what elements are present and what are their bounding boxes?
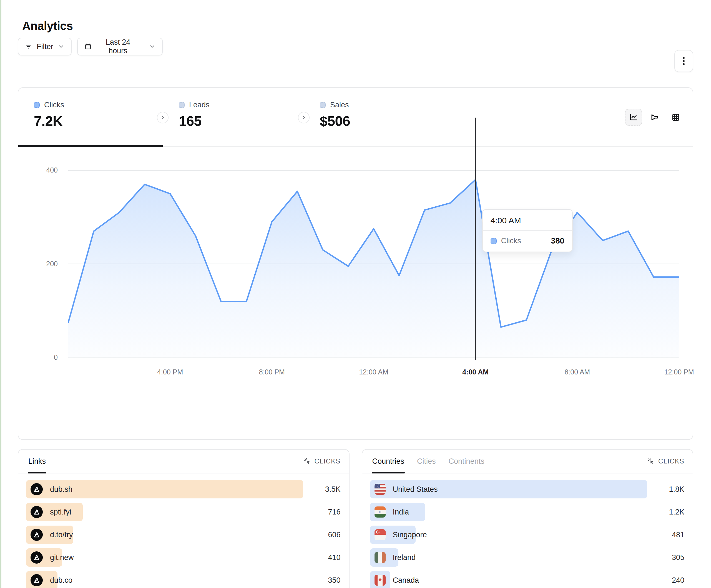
row-label: United States <box>393 485 438 494</box>
link-row[interactable]: dub.co350 <box>26 571 341 588</box>
chart-hover-crosshair <box>475 118 476 360</box>
analytics-page: Analytics Filter Last 24 hours <box>0 19 711 588</box>
chart-tooltip: 4:00 AM Clicks 380 <box>482 209 573 252</box>
cursor-click-icon <box>647 458 655 465</box>
toolbar: Filter Last 24 hours <box>18 38 693 60</box>
stat-label: Leads <box>189 101 210 109</box>
x-axis-tick: 4:00 PM <box>157 368 183 376</box>
clicks-chart[interactable]: 4:00 AM Clicks 380 4:00 PM8:00 PM12:00 A… <box>68 170 679 358</box>
tab-sales[interactable]: Sales $506 <box>304 88 445 146</box>
row-clicks-value: 716 <box>328 508 340 516</box>
row-label: spti.fyi <box>50 508 71 516</box>
dub-logo-icon <box>30 529 43 541</box>
links-panel: Links CLICKS dub.sh3.5Kspti.fyi716d.to/t… <box>18 449 349 588</box>
calendar-icon <box>84 43 92 50</box>
funnel-view-button[interactable] <box>646 109 663 126</box>
tab-links[interactable]: Links <box>28 450 46 473</box>
x-axis-tick: 12:00 AM <box>359 368 388 376</box>
link-row[interactable]: d.to/try606 <box>26 526 341 544</box>
link-row[interactable]: git.new410 <box>26 548 341 567</box>
row-label: dub.sh <box>50 485 72 494</box>
countries-panel: CountriesCitiesContinents CLICKS United … <box>362 449 693 588</box>
filter-button-label: Filter <box>37 42 53 51</box>
stat-label: Sales <box>330 101 349 109</box>
y-axis-tick: 0 <box>18 353 58 361</box>
filter-button[interactable]: Filter <box>18 38 72 55</box>
x-axis-tick: 8:00 AM <box>564 368 590 376</box>
date-range-button[interactable]: Last 24 hours <box>77 38 163 55</box>
line-chart-icon <box>629 113 638 122</box>
tab-cities[interactable]: Cities <box>417 450 436 473</box>
link-row[interactable]: dub.sh3.5K <box>26 480 341 498</box>
sales-legend-square-icon <box>320 102 326 108</box>
us-flag-icon <box>374 484 386 495</box>
x-axis-tick: 4:00 AM <box>462 368 489 376</box>
page-title: Analytics <box>22 19 693 33</box>
clicks-legend-square-icon <box>491 238 497 244</box>
dub-logo-icon <box>30 506 43 518</box>
ca-flag-icon <box>374 575 386 586</box>
y-axis-tick: 400 <box>18 166 58 174</box>
table-view-button[interactable] <box>667 109 684 126</box>
date-range-label: Last 24 hours <box>96 38 140 55</box>
row-clicks-value: 1.2K <box>669 508 684 516</box>
row-clicks-value: 3.5K <box>325 485 341 494</box>
chevron-down-icon <box>149 43 155 50</box>
dub-logo-icon <box>30 551 43 564</box>
ie-flag-icon <box>374 552 386 563</box>
dub-logo-icon <box>30 483 43 495</box>
tab-continents[interactable]: Continents <box>449 450 484 473</box>
line-chart-view-button[interactable] <box>625 109 642 126</box>
row-clicks-value: 305 <box>672 553 684 562</box>
clicks-area-chart <box>68 170 679 358</box>
metric-label: CLICKS <box>658 457 684 465</box>
row-clicks-value: 1.8K <box>669 485 684 494</box>
table-grid-icon <box>671 113 680 122</box>
row-label: dub.co <box>50 576 72 585</box>
tab-clicks[interactable]: Clicks 7.2K <box>18 88 163 146</box>
countries-panel-header: CountriesCitiesContinents CLICKS <box>362 450 693 473</box>
row-label: Singapore <box>393 530 427 539</box>
country-row[interactable]: India1.2K <box>370 503 685 521</box>
stat-value: $506 <box>320 113 445 129</box>
chart-section: 0200400 4:00 AM Clicks 380 4:00 PM8:00 P… <box>18 147 693 439</box>
country-row[interactable]: Canada240 <box>370 571 685 588</box>
cursor-click-icon <box>304 458 311 465</box>
links-metric-selector[interactable]: CLICKS <box>304 457 341 465</box>
expand-clicks-button[interactable] <box>157 112 169 123</box>
country-row[interactable]: Ireland305 <box>370 548 685 567</box>
x-axis-tick: 12:00 PM <box>664 368 694 376</box>
row-clicks-value: 410 <box>328 553 340 562</box>
stat-value: 7.2K <box>34 113 163 129</box>
country-row[interactable]: United States1.8K <box>370 480 685 498</box>
tooltip-time: 4:00 AM <box>483 210 572 231</box>
page-left-accent-edge <box>0 0 1 588</box>
dub-logo-icon <box>30 574 43 586</box>
row-clicks-value: 481 <box>672 530 684 539</box>
filter-icon <box>25 43 32 50</box>
y-axis-tick: 200 <box>18 260 58 268</box>
stat-value: 165 <box>179 113 304 129</box>
row-label: d.to/try <box>50 530 73 539</box>
row-clicks-value: 606 <box>328 530 340 539</box>
tab-leads[interactable]: Leads 165 <box>163 88 304 146</box>
chart-view-toggles <box>625 88 693 146</box>
row-clicks-value: 350 <box>328 576 340 585</box>
tab-countries[interactable]: Countries <box>372 450 405 473</box>
stats-tabs-row: Clicks 7.2K Leads 165 Sales $506 <box>18 88 693 147</box>
tooltip-series-label: Clicks <box>501 236 521 245</box>
country-row[interactable]: Singapore481 <box>370 526 685 544</box>
link-row[interactable]: spti.fyi716 <box>26 503 341 521</box>
leads-legend-square-icon <box>179 102 185 108</box>
row-label: Canada <box>393 576 419 585</box>
funnel-icon <box>650 113 659 122</box>
expand-leads-button[interactable] <box>298 112 309 123</box>
clicks-legend-square-icon <box>34 102 40 108</box>
more-menu-button[interactable] <box>674 50 693 72</box>
in-flag-icon <box>374 506 386 518</box>
metric-label: CLICKS <box>315 457 341 465</box>
row-clicks-value: 240 <box>672 576 684 585</box>
countries-metric-selector[interactable]: CLICKS <box>647 457 684 465</box>
analytics-card: Clicks 7.2K Leads 165 Sales $506 <box>18 87 693 440</box>
x-axis-tick: 8:00 PM <box>259 368 285 376</box>
